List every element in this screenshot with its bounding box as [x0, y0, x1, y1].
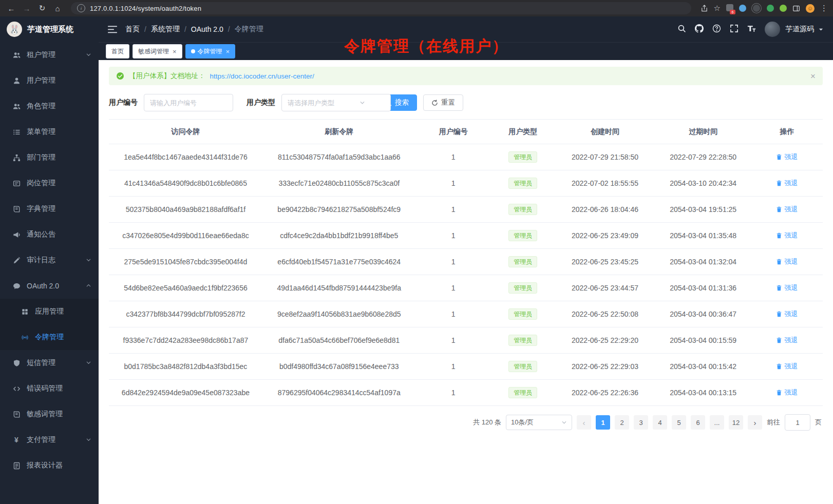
extension-dark-icon[interactable]	[752, 4, 761, 13]
force-logout-button[interactable]: 强退	[776, 205, 798, 214]
sidebar-item-token[interactable]: 令牌管理	[0, 324, 99, 350]
extension-green-icon[interactable]	[767, 5, 774, 12]
page-button-2[interactable]: 2	[615, 415, 629, 430]
github-icon[interactable]	[695, 24, 704, 35]
tokens-table: 访问令牌刷新令牌用户编号用户类型创建时间过期时间操作 1ea5e44f8bc14…	[109, 119, 823, 406]
force-logout-button[interactable]: 强退	[776, 336, 798, 345]
expire-time-cell: 2054-03-04 01:35:48	[655, 223, 751, 249]
sidebar-item-sensitive-word[interactable]: 敏感词管理	[0, 401, 99, 427]
browser-menu-icon[interactable]: ⋮	[820, 4, 828, 13]
user-type-badge: 管理员	[508, 361, 537, 372]
bookmark-star-icon[interactable]: ☆	[714, 4, 721, 13]
yen-icon: ¥	[12, 436, 21, 443]
breadcrumb-item[interactable]: OAuth 2.0	[191, 25, 223, 33]
user-avatar[interactable]	[765, 22, 780, 37]
forward-button[interactable]: →	[21, 3, 33, 14]
extension-blue-icon[interactable]	[739, 5, 746, 12]
sidebar-item-user[interactable]: 用户管理	[0, 68, 99, 93]
force-logout-button[interactable]: 强退	[776, 309, 798, 319]
reload-button[interactable]: ↻	[36, 3, 48, 14]
home-button[interactable]: ⌂	[51, 3, 64, 14]
site-info-icon[interactable]: i	[77, 4, 85, 12]
sidebar-item-audit-log[interactable]: 审计日志	[0, 247, 99, 273]
logout-icon	[776, 285, 782, 291]
user-type-select[interactable]	[281, 94, 370, 111]
sidebar-item-sms[interactable]: 短信管理	[0, 350, 99, 376]
book-icon	[12, 411, 21, 418]
sidebar-item-menu[interactable]: 菜单管理	[0, 119, 99, 145]
sidebar-item-oauth2[interactable]: OAuth 2.0	[0, 273, 99, 299]
sidebar-item-label: 支付管理	[27, 435, 55, 444]
page-button-6[interactable]: 6	[691, 415, 705, 430]
table-header-row: 访问令牌刷新令牌用户编号用户类型创建时间过期时间操作	[109, 120, 823, 144]
sidebar-item-label: 审计日志	[27, 256, 55, 265]
column-header: 刷新令牌	[262, 120, 416, 144]
pager-ellipsis[interactable]: ...	[710, 415, 724, 430]
expire-time-cell: 2022-07-29 22:28:50	[655, 144, 751, 170]
page-button-1[interactable]: 1	[596, 415, 610, 430]
tab-sensitive-word[interactable]: 敏感词管理×	[132, 44, 182, 59]
user-name[interactable]: 芋道源码	[785, 25, 814, 34]
sidebar-item-notice[interactable]: 通知公告	[0, 222, 99, 247]
address-bar[interactable]: i 127.0.0.1:1024/system/oauth2/token	[71, 2, 691, 14]
tab-token[interactable]: 令牌管理×	[185, 44, 236, 59]
next-page-button[interactable]: ›	[748, 415, 762, 430]
sidebar-item-pay[interactable]: ¥支付管理	[0, 427, 99, 453]
sidebar-item-label: 敏感词管理	[27, 410, 63, 419]
close-icon[interactable]: ×	[226, 48, 230, 55]
table-row: 54d6be82ee5a460a9aedc1f9bf22365649d1aa46…	[109, 275, 823, 301]
page-button-4[interactable]: 4	[653, 415, 667, 430]
sidebar-item-app[interactable]: 应用管理	[0, 299, 99, 324]
hamburger-icon[interactable]	[108, 26, 117, 33]
help-icon[interactable]	[712, 24, 721, 35]
share-icon[interactable]	[701, 5, 708, 12]
alert-close-icon[interactable]: ×	[810, 72, 816, 81]
chevron-down-icon[interactable]	[818, 27, 824, 32]
sidebar-item-role[interactable]: 角色管理	[0, 93, 99, 119]
back-button[interactable]: ←	[5, 3, 17, 14]
force-logout-button[interactable]: 强退	[776, 362, 798, 371]
user-type-select-input[interactable]	[281, 94, 391, 111]
force-logout-button[interactable]: 强退	[776, 231, 798, 240]
force-logout-button[interactable]: 强退	[776, 179, 798, 188]
alert-link[interactable]: https://doc.iocoder.cn/user-center/	[210, 72, 314, 80]
reset-button[interactable]: 重置	[423, 94, 463, 111]
tab-home[interactable]: 首页	[106, 44, 129, 59]
force-logout-button[interactable]: 强退	[776, 283, 798, 293]
sidebar-panel-icon[interactable]	[792, 5, 800, 12]
close-icon[interactable]: ×	[173, 48, 177, 55]
sidebar-item-report-designer[interactable]: 报表设计器	[0, 453, 99, 478]
extensions-badge: 6	[730, 10, 735, 14]
table-row: b0d1785bc3a8482f812db4a3f3bd15ecb0df4980…	[109, 354, 823, 380]
page-button-3[interactable]: 3	[634, 415, 648, 430]
goto-label: 前往	[767, 418, 780, 427]
font-size-icon[interactable]	[747, 24, 756, 35]
sidebar: 🐰 芋道管理系统 租户管理用户管理角色管理菜单管理部门管理岗位管理字典管理通知公…	[0, 16, 99, 504]
sidebar-item-error-code[interactable]: 错误码管理	[0, 376, 99, 401]
browser-profile-avatar[interactable]: ☺	[806, 4, 815, 13]
breadcrumb-item[interactable]: 令牌管理	[235, 25, 263, 34]
page-button-5[interactable]: 5	[672, 415, 686, 430]
prev-page-button[interactable]: ‹	[577, 415, 591, 430]
page-button-12[interactable]: 12	[729, 415, 743, 430]
breadcrumb-item[interactable]: 系统管理	[151, 25, 180, 34]
main-area: 令牌管理（在线用户） 首页/系统管理/OAuth 2.0/令牌管理 芋道源码 首…	[99, 16, 833, 504]
puzzle-extension-icon[interactable]	[780, 5, 787, 12]
sidebar-item-post[interactable]: 岗位管理	[0, 170, 99, 196]
app-logo[interactable]: 🐰 芋道管理系统	[0, 16, 99, 42]
search-icon[interactable]	[677, 24, 686, 35]
fullscreen-icon[interactable]	[730, 24, 739, 35]
force-logout-button[interactable]: 强退	[776, 257, 798, 266]
goto-page-input[interactable]	[785, 414, 810, 431]
chevron-up-icon	[86, 282, 91, 290]
force-logout-button[interactable]: 强退	[776, 152, 798, 162]
user-id-input[interactable]	[144, 94, 233, 111]
sidebar-item-dict[interactable]: 字典管理	[0, 196, 99, 222]
breadcrumb-item[interactable]: 首页	[125, 25, 140, 34]
refresh-token-cell: 333ecfc71e02480cb11055c875c3ca0f	[262, 170, 416, 197]
page-size-select[interactable]: 10条/页	[506, 415, 572, 430]
sidebar-item-tenant[interactable]: 租户管理	[0, 42, 99, 68]
extensions-icon[interactable]: 6	[726, 4, 733, 13]
force-logout-button[interactable]: 强退	[776, 388, 798, 397]
sidebar-item-dept[interactable]: 部门管理	[0, 145, 99, 170]
